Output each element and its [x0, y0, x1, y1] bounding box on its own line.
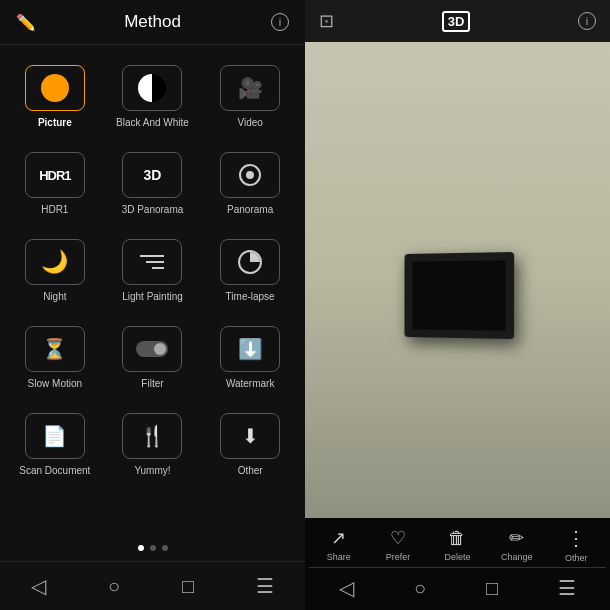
- device-display: [403, 253, 513, 338]
- right-menu-button[interactable]: ☰: [558, 576, 576, 600]
- moon-icon: 🌙: [41, 249, 68, 275]
- watermark-icon-box: ⬇️: [220, 326, 280, 372]
- info-icon-right[interactable]: i: [578, 12, 596, 30]
- 3d-panorama-label: 3D Panorama: [122, 204, 184, 215]
- light-painting-icon-box: [122, 239, 182, 285]
- grid-row-1: Picture Black And White 🎥 Video: [0, 53, 305, 140]
- grid-row-4: ⏳ Slow Motion Filter ⬇️ Watermark: [0, 314, 305, 401]
- grid-item-video[interactable]: 🎥 Video: [206, 57, 294, 136]
- grid-item-panorama[interactable]: Panorama: [206, 144, 294, 223]
- camera-preview: [305, 42, 610, 518]
- right-home-button[interactable]: ○: [414, 577, 426, 600]
- fork-knife-icon: 🍴: [140, 424, 165, 448]
- picture-icon-box: [25, 65, 85, 111]
- grid-item-other[interactable]: ⬇ Other: [206, 405, 294, 484]
- yummy-icon-box: 🍴: [122, 413, 182, 459]
- picture-icon: [41, 74, 69, 102]
- picture-label: Picture: [38, 117, 72, 128]
- hdr-label: HDR1: [41, 204, 68, 215]
- menu-button[interactable]: ☰: [256, 574, 274, 598]
- watermark-icon: ⬇️: [238, 337, 263, 361]
- grid-item-night[interactable]: 🌙 Night: [11, 231, 99, 310]
- toggle-icon: [136, 341, 168, 357]
- video-cam-icon: 🎥: [238, 76, 263, 100]
- filter-icon-box: [122, 326, 182, 372]
- grid-item-slow-motion[interactable]: ⏳ Slow Motion: [11, 318, 99, 397]
- left-bottom-nav: ◁ ○ □ ☰: [0, 561, 305, 610]
- info-icon-left[interactable]: i: [271, 13, 289, 31]
- hdr-icon: HDR1: [39, 168, 70, 183]
- slow-motion-icon-box: ⏳: [25, 326, 85, 372]
- 3d-icon: 3D: [144, 167, 162, 183]
- pencil-icon[interactable]: ✏️: [16, 13, 36, 32]
- night-icon-box: 🌙: [25, 239, 85, 285]
- back-button[interactable]: ◁: [31, 574, 46, 598]
- right-bottom-bar: ↗ Share ♡ Prefer 🗑 Delete ✏ Change ⋮ Oth…: [305, 518, 610, 610]
- grid-item-scan-document[interactable]: 📄 Scan Document: [11, 405, 99, 484]
- heart-icon: ♡: [390, 527, 406, 549]
- trash-icon: 🗑: [448, 528, 466, 549]
- video-icon-box: 🎥: [220, 65, 280, 111]
- grid-item-3d-panorama[interactable]: 3D 3D Panorama: [108, 144, 196, 223]
- slow-motion-label: Slow Motion: [28, 378, 82, 389]
- grid-item-filter[interactable]: Filter: [108, 318, 196, 397]
- watermark-label: Watermark: [226, 378, 275, 389]
- change-label: Change: [501, 552, 533, 562]
- grid-item-picture[interactable]: Picture: [11, 57, 99, 136]
- share-icon: ↗: [331, 527, 346, 549]
- change-button[interactable]: ✏ Change: [493, 527, 541, 562]
- prefer-label: Prefer: [386, 552, 411, 562]
- filter-label: Filter: [141, 378, 163, 389]
- grid-item-timelapse[interactable]: Time-lapse: [206, 231, 294, 310]
- right-back-button[interactable]: ◁: [339, 576, 354, 600]
- black-device: [404, 251, 514, 338]
- bw-icon-box: [122, 65, 182, 111]
- yummy-label: Yummy!: [134, 465, 170, 476]
- recents-button[interactable]: □: [182, 575, 194, 598]
- other-icon: ⬇: [242, 424, 259, 448]
- right-panel: ⊡ 3D i ↗ Share ♡ Prefer 🗑 Delete: [305, 0, 610, 610]
- page-dots: [0, 535, 305, 561]
- action-buttons-row: ↗ Share ♡ Prefer 🗑 Delete ✏ Change ⋮ Oth…: [309, 526, 606, 567]
- device-screen: [412, 260, 506, 330]
- grid-row-3: 🌙 Night Light Painting Time-lapse: [0, 227, 305, 314]
- left-header: ✏️ Method i: [0, 0, 305, 45]
- grid-item-hdr[interactable]: HDR1 HDR1: [11, 144, 99, 223]
- bw-icon: [138, 74, 166, 102]
- right-recents-button[interactable]: □: [486, 577, 498, 600]
- more-button[interactable]: ⋮ Other: [552, 526, 600, 563]
- share-label: Share: [327, 552, 351, 562]
- grid-item-light-painting[interactable]: Light Painting: [108, 231, 196, 310]
- hdr-icon-box: HDR1: [25, 152, 85, 198]
- prefer-button[interactable]: ♡ Prefer: [374, 527, 422, 562]
- grid-row-2: HDR1 HDR1 3D 3D Panorama Panorama: [0, 140, 305, 227]
- light-painting-label: Light Painting: [122, 291, 183, 302]
- camera-frame-icon[interactable]: ⊡: [319, 10, 334, 32]
- grid-item-yummy[interactable]: 🍴 Yummy!: [108, 405, 196, 484]
- delete-button[interactable]: 🗑 Delete: [433, 528, 481, 562]
- grid-item-watermark[interactable]: ⬇️ Watermark: [206, 318, 294, 397]
- 3d-badge: 3D: [442, 11, 471, 32]
- change-icon: ✏: [509, 527, 524, 549]
- panorama-icon-box: [220, 152, 280, 198]
- grid-item-bw[interactable]: Black And White: [108, 57, 196, 136]
- light-painting-icon: [140, 255, 164, 269]
- page-title: Method: [124, 12, 181, 32]
- panorama-label: Panorama: [227, 204, 273, 215]
- night-label: Night: [43, 291, 66, 302]
- timelapse-icon-box: [220, 239, 280, 285]
- 3d-panorama-icon-box: 3D: [122, 152, 182, 198]
- share-button[interactable]: ↗ Share: [315, 527, 363, 562]
- scan-document-icon-box: 📄: [25, 413, 85, 459]
- dot-3: [162, 545, 168, 551]
- scan-document-label: Scan Document: [19, 465, 90, 476]
- right-header: ⊡ 3D i: [305, 0, 610, 42]
- hourglass-icon: ⏳: [42, 337, 67, 361]
- dot-1: [138, 545, 144, 551]
- dot-2: [150, 545, 156, 551]
- document-icon: 📄: [42, 424, 67, 448]
- home-button[interactable]: ○: [108, 575, 120, 598]
- grid-row-5: 📄 Scan Document 🍴 Yummy! ⬇ Other: [0, 401, 305, 488]
- method-grid: Picture Black And White 🎥 Video HDR1: [0, 45, 305, 535]
- bw-label: Black And White: [116, 117, 189, 128]
